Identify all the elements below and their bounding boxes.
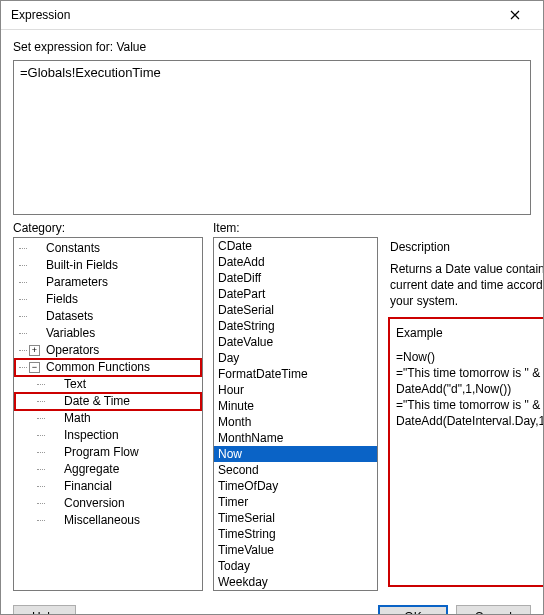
close-icon <box>510 10 520 20</box>
collapse-icon[interactable]: − <box>29 362 40 373</box>
description-panel: . Description Returns a Date value conta… <box>388 221 544 591</box>
example-line: ="This time tomorrow is " & DateAdd(Date… <box>396 397 544 429</box>
tree-node-label: Variables <box>44 325 97 342</box>
tree-node-label: Date & Time <box>62 393 132 410</box>
tree-node-financial[interactable]: Financial <box>15 478 201 495</box>
list-item-datestring[interactable]: DateString <box>214 318 377 334</box>
set-expression-label: Set expression for: Value <box>13 40 531 54</box>
list-item-timeofday[interactable]: TimeOfDay <box>214 478 377 494</box>
item-label: Item: <box>213 221 378 235</box>
list-item-timestring[interactable]: TimeString <box>214 526 377 542</box>
list-item-datevalue[interactable]: DateValue <box>214 334 377 350</box>
ok-button[interactable]: OK <box>378 605 447 615</box>
list-item-dateserial[interactable]: DateSerial <box>214 302 377 318</box>
help-button[interactable]: Help <box>13 605 76 615</box>
tree-node-label: Program Flow <box>62 444 141 461</box>
tree-node-label: Operators <box>44 342 101 359</box>
tree-node-date-time[interactable]: Date & Time <box>15 393 201 410</box>
list-item-monthname[interactable]: MonthName <box>214 430 377 446</box>
list-item-formatdatetime[interactable]: FormatDateTime <box>214 366 377 382</box>
tree-node-math[interactable]: Math <box>15 410 201 427</box>
window-title: Expression <box>11 8 495 22</box>
tree-node-label: Fields <box>44 291 80 308</box>
tree-node-label: Conversion <box>62 495 127 512</box>
tree-node-aggregate[interactable]: Aggregate <box>15 461 201 478</box>
list-item-second[interactable]: Second <box>214 462 377 478</box>
tree-node-variables[interactable]: Variables <box>15 325 201 342</box>
category-tree[interactable]: ConstantsBuilt-in FieldsParametersFields… <box>13 237 203 591</box>
expression-input[interactable]: =Globals!ExecutionTime <box>13 60 531 215</box>
list-item-minute[interactable]: Minute <box>214 398 377 414</box>
tree-node-label: Miscellaneous <box>62 512 142 529</box>
dialog-footer: Help OK Cancel <box>1 597 543 615</box>
category-panel: Category: ConstantsBuilt-in FieldsParame… <box>13 221 203 591</box>
tree-node-label: Text <box>62 376 88 393</box>
tree-node-miscellaneous[interactable]: Miscellaneous <box>15 512 201 529</box>
example-heading: Example <box>396 325 544 341</box>
item-panel: Item: CDateDateAddDateDiffDatePartDateSe… <box>213 221 378 591</box>
list-item-dateadd[interactable]: DateAdd <box>214 254 377 270</box>
cancel-button[interactable]: Cancel <box>456 605 531 615</box>
tree-node-inspection[interactable]: Inspection <box>15 427 201 444</box>
list-item-today[interactable]: Today <box>214 558 377 574</box>
tree-node-operators[interactable]: +Operators <box>15 342 201 359</box>
description-heading: Description <box>390 239 544 255</box>
tree-node-label: Common Functions <box>44 359 152 376</box>
list-item-timer[interactable]: Timer <box>214 494 377 510</box>
list-item-datediff[interactable]: DateDiff <box>214 270 377 286</box>
tree-node-datasets[interactable]: Datasets <box>15 308 201 325</box>
example-box: Example =Now()="This time tomorrow is " … <box>388 317 544 587</box>
dialog-content: Set expression for: Value =Globals!Execu… <box>1 30 543 597</box>
list-item-hour[interactable]: Hour <box>214 382 377 398</box>
tree-node-label: Inspection <box>62 427 121 444</box>
example-line: =Now() <box>396 349 544 365</box>
example-line: ="This time tomorrow is " & DateAdd("d",… <box>396 365 544 397</box>
list-item-month[interactable]: Month <box>214 414 377 430</box>
tree-node-conversion[interactable]: Conversion <box>15 495 201 512</box>
tree-node-label: Financial <box>62 478 114 495</box>
tree-node-common-functions[interactable]: −Common Functions <box>15 359 201 376</box>
list-item-timeserial[interactable]: TimeSerial <box>214 510 377 526</box>
close-button[interactable] <box>495 1 535 29</box>
tree-node-program-flow[interactable]: Program Flow <box>15 444 201 461</box>
expand-icon[interactable]: + <box>29 345 40 356</box>
tree-node-built-in-fields[interactable]: Built-in Fields <box>15 257 201 274</box>
list-item-datepart[interactable]: DatePart <box>214 286 377 302</box>
list-item-now[interactable]: Now <box>214 446 377 462</box>
tree-node-text[interactable]: Text <box>15 376 201 393</box>
list-item-weekday[interactable]: Weekday <box>214 574 377 590</box>
tree-node-label: Aggregate <box>62 461 121 478</box>
tree-node-label: Math <box>62 410 93 427</box>
list-item-timevalue[interactable]: TimeValue <box>214 542 377 558</box>
tree-node-constants[interactable]: Constants <box>15 240 201 257</box>
tree-node-label: Constants <box>44 240 102 257</box>
tree-node-label: Datasets <box>44 308 95 325</box>
list-item-day[interactable]: Day <box>214 350 377 366</box>
tree-node-parameters[interactable]: Parameters <box>15 274 201 291</box>
panels-row: Category: ConstantsBuilt-in FieldsParame… <box>13 221 531 591</box>
list-item-cdate[interactable]: CDate <box>214 238 377 254</box>
category-label: Category: <box>13 221 203 235</box>
tree-node-label: Parameters <box>44 274 110 291</box>
titlebar: Expression <box>1 1 543 30</box>
tree-node-fields[interactable]: Fields <box>15 291 201 308</box>
tree-node-label: Built-in Fields <box>44 257 120 274</box>
description-text: Returns a Date value containing the curr… <box>390 261 544 309</box>
item-list[interactable]: CDateDateAddDateDiffDatePartDateSerialDa… <box>213 237 378 591</box>
